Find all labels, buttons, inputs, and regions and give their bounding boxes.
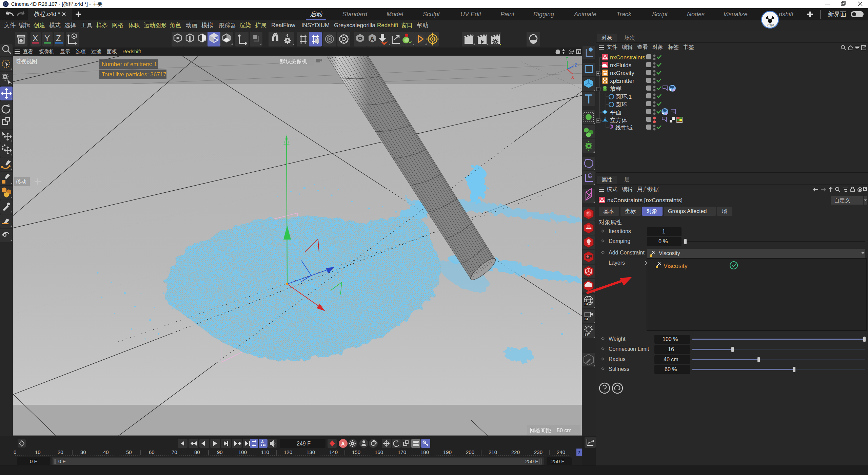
svg-text:60 %: 60 % bbox=[665, 366, 677, 372]
svg-text:140: 140 bbox=[329, 449, 338, 455]
svg-text:坐标: 坐标 bbox=[625, 208, 636, 214]
svg-text:Stiffness: Stiffness bbox=[609, 366, 629, 372]
svg-text:Y: Y bbox=[566, 56, 568, 61]
svg-text:放样: 放样 bbox=[610, 86, 622, 92]
svg-text:nxGravity: nxGravity bbox=[610, 70, 634, 76]
svg-text:Z: Z bbox=[56, 34, 61, 43]
svg-text:Viscosity: Viscosity bbox=[664, 263, 688, 269]
svg-text:100 %: 100 % bbox=[663, 336, 678, 342]
svg-text:nxConstraints [nxConstraints]: nxConstraints [nxConstraints] bbox=[607, 197, 683, 204]
svg-text:240: 240 bbox=[557, 449, 565, 455]
svg-text:自定义: 自定义 bbox=[834, 197, 850, 203]
svg-text:默认摄像机: 默认摄像机 bbox=[280, 58, 307, 64]
svg-text:ST: ST bbox=[585, 333, 589, 336]
svg-text:50: 50 bbox=[126, 449, 132, 455]
svg-text:平面: 平面 bbox=[610, 109, 622, 116]
svg-text:150: 150 bbox=[352, 449, 360, 455]
svg-text:立方体: 立方体 bbox=[610, 117, 627, 124]
svg-text:透视视图: 透视视图 bbox=[16, 58, 37, 64]
svg-text:移动: 移动 bbox=[16, 179, 26, 185]
svg-text:180: 180 bbox=[420, 449, 429, 455]
svg-text:线性域: 线性域 bbox=[615, 125, 633, 131]
svg-text:xpEmitter: xpEmitter bbox=[610, 78, 634, 84]
svg-text:100: 100 bbox=[238, 449, 247, 455]
svg-text:230: 230 bbox=[534, 449, 542, 455]
svg-text:Add Constraint: Add Constraint bbox=[609, 250, 645, 255]
svg-text:对象属性: 对象属性 bbox=[599, 219, 622, 226]
svg-text:80: 80 bbox=[194, 449, 200, 455]
svg-text:0 %: 0 % bbox=[658, 239, 668, 244]
svg-text:210: 210 bbox=[489, 449, 497, 455]
svg-text:110: 110 bbox=[261, 449, 269, 455]
svg-text:域: 域 bbox=[722, 208, 727, 214]
svg-text:行走者: 行走者 bbox=[767, 24, 774, 27]
svg-text:250 F: 250 F bbox=[551, 458, 564, 464]
svg-text:Radius: Radius bbox=[609, 356, 626, 362]
svg-text:120: 120 bbox=[284, 449, 292, 455]
svg-text:220: 220 bbox=[511, 449, 520, 455]
svg-text:Total live particles: 36717: Total live particles: 36717 bbox=[102, 71, 166, 78]
svg-text:圆环.1: 圆环.1 bbox=[615, 94, 632, 100]
svg-text:0: 0 bbox=[14, 449, 16, 455]
svg-text:Y: Y bbox=[44, 34, 50, 43]
svg-text:ST: ST bbox=[585, 317, 589, 321]
svg-text:基本: 基本 bbox=[603, 208, 614, 214]
svg-text:X: X bbox=[33, 34, 38, 43]
svg-text:A: A bbox=[261, 440, 264, 444]
svg-text:ST: ST bbox=[585, 302, 589, 306]
svg-text:170: 170 bbox=[398, 449, 406, 455]
svg-text:160: 160 bbox=[375, 449, 383, 455]
svg-text:200: 200 bbox=[466, 449, 474, 455]
svg-text:Weight: Weight bbox=[609, 336, 626, 342]
svg-text:Damping: Damping bbox=[609, 238, 630, 244]
svg-text:Viscosity: Viscosity bbox=[659, 250, 680, 256]
svg-text:nxFluids: nxFluids bbox=[610, 62, 631, 69]
svg-text:249 F: 249 F bbox=[297, 441, 311, 446]
svg-text:A: A bbox=[370, 36, 374, 42]
svg-text:130: 130 bbox=[307, 449, 315, 455]
svg-text:190: 190 bbox=[443, 449, 452, 455]
svg-text:A: A bbox=[341, 441, 345, 446]
svg-text:网格间距：50 cm: 网格间距：50 cm bbox=[530, 428, 572, 433]
svg-text:对象: 对象 bbox=[647, 208, 657, 214]
svg-text:60: 60 bbox=[149, 449, 155, 455]
svg-text:40 cm: 40 cm bbox=[664, 357, 678, 362]
svg-text:Number of emitters: 1: Number of emitters: 1 bbox=[102, 61, 157, 68]
svg-text:Connection Limit: Connection Limit bbox=[609, 346, 649, 352]
svg-text:20: 20 bbox=[58, 449, 63, 455]
svg-text:1: 1 bbox=[662, 229, 665, 234]
svg-text:250 F: 250 F bbox=[525, 458, 538, 464]
svg-text:0 F: 0 F bbox=[58, 458, 66, 464]
svg-text:30: 30 bbox=[80, 449, 86, 455]
svg-text:圆环: 圆环 bbox=[615, 101, 627, 108]
svg-text:70: 70 bbox=[172, 449, 177, 455]
svg-text:Groups Affected: Groups Affected bbox=[668, 208, 707, 214]
svg-text:0 F: 0 F bbox=[30, 458, 37, 464]
svg-text:90: 90 bbox=[217, 449, 223, 455]
svg-text:nxConstraints: nxConstraints bbox=[610, 54, 645, 61]
svg-text:X: X bbox=[571, 75, 574, 80]
svg-text:16: 16 bbox=[668, 346, 674, 352]
svg-text:Iterations: Iterations bbox=[609, 228, 631, 234]
svg-text:Z: Z bbox=[575, 63, 577, 68]
svg-text:40: 40 bbox=[103, 449, 109, 455]
svg-text:10: 10 bbox=[35, 449, 41, 455]
svg-text:2: 2 bbox=[577, 450, 580, 455]
